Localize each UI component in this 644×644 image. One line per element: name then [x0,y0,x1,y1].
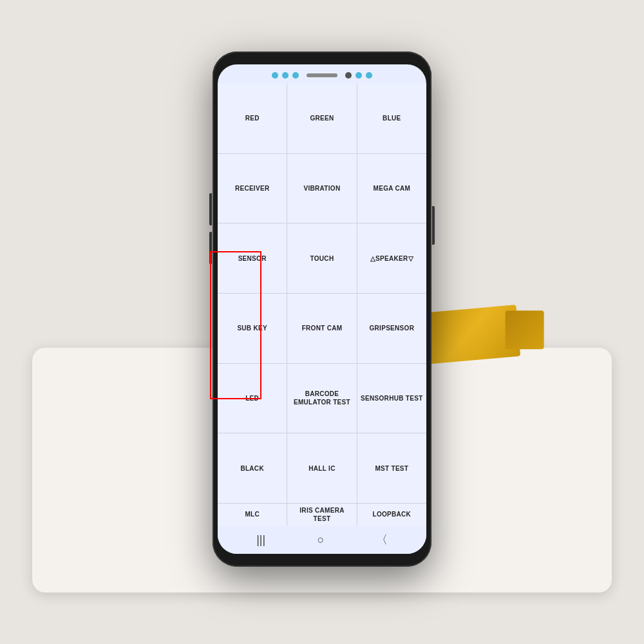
btn-touch[interactable]: TOUCH [287,223,356,293]
btn-mega-cam[interactable]: MEGA CAM [357,154,426,223]
phone: RED GREEN BLUE RECEIVER VIBRATION MEGA C… [213,52,431,567]
btn-front-cam[interactable]: FRONT CAM [287,294,356,363]
top-bar [218,64,426,84]
btn-mlc[interactable]: MLC [218,504,287,526]
scene: RED GREEN BLUE RECEIVER VIBRATION MEGA C… [0,0,644,644]
test-button-grid: RED GREEN BLUE RECEIVER VIBRATION MEGA C… [218,84,426,526]
indicator-dot-5 [366,72,372,79]
indicator-dot-1 [272,72,278,79]
btn-black[interactable]: BLACK [218,433,287,503]
front-camera-lens [345,72,352,79]
btn-barcode-emulator[interactable]: BARCODE EMULATOR TEST [287,364,356,433]
btn-gripsensor[interactable]: GRIPSENSOR [357,294,426,363]
btn-hall-ic[interactable]: HALL IC [287,433,356,503]
btn-receiver[interactable]: RECEIVER [218,154,287,223]
recent-apps-icon[interactable]: ||| [256,533,265,547]
earpiece-speaker [307,73,337,77]
btn-iris-camera[interactable]: IRIS CAMERA TEST [287,504,356,526]
home-icon[interactable]: ○ [317,533,325,547]
btn-led[interactable]: LED [218,364,287,433]
btn-sub-key[interactable]: SUB KEY [218,294,287,363]
btn-loopback[interactable]: LOOPBACK [357,504,426,526]
btn-speaker[interactable]: △SPEAKER▽ [357,223,426,293]
btn-green[interactable]: GREEN [287,84,356,153]
volume-down-button[interactable] [209,232,212,264]
indicator-dot-4 [355,72,362,79]
volume-up-button[interactable] [209,193,212,225]
indicator-dot-3 [292,72,299,79]
bottom-nav-bar: ||| ○ 〈 [218,526,426,554]
screen: RED GREEN BLUE RECEIVER VIBRATION MEGA C… [218,64,426,554]
power-button[interactable] [432,206,435,245]
btn-vibration[interactable]: VIBRATION [287,154,356,223]
indicator-dot-2 [282,72,289,79]
btn-red[interactable]: RED [218,84,287,153]
btn-sensor[interactable]: SENSOR [218,223,287,293]
btn-sensorhub-test[interactable]: SENSORHUB TEST [357,364,426,433]
back-icon[interactable]: 〈 [376,532,388,547]
btn-mst-test[interactable]: MST TEST [357,433,426,503]
btn-blue[interactable]: BLUE [357,84,426,153]
